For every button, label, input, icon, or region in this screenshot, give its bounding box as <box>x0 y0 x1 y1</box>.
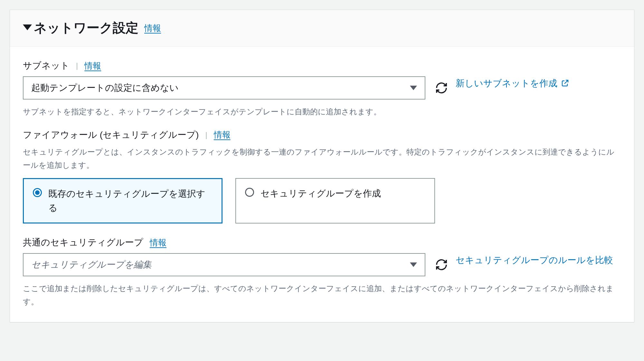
network-settings-panel: ネットワーク設定 情報 サブネット | 情報 起動テンプレートの設定に含めない <box>10 10 634 322</box>
subnet-label-row: サブネット | 情報 <box>23 60 621 72</box>
divider: | <box>205 130 207 139</box>
panel-info-link[interactable]: 情報 <box>144 23 161 34</box>
firewall-info-link[interactable]: 情報 <box>214 129 231 140</box>
firewall-label-row: ファイアウォール (セキュリティグループ) | 情報 <box>23 129 621 141</box>
firewall-label: ファイアウォール (セキュリティグループ) <box>23 129 199 141</box>
subnet-label: サブネット <box>23 60 70 72</box>
compare-sg-rules-link-text: セキュリティグループのルールを比較 <box>456 255 613 265</box>
caret-down-icon <box>23 24 32 30</box>
subnet-refresh-button[interactable] <box>433 80 450 96</box>
subnet-helper-text: サブネットを指定すると、ネットワークインターフェイスがテンプレートに自動的に追加… <box>23 105 621 119</box>
radio-icon <box>245 188 254 197</box>
common-sg-helper-text: ここで追加または削除したセキュリティグループは、すべてのネットワークインターフェ… <box>23 282 621 309</box>
subnet-select-value: 起動テンプレートの設定に含めない <box>31 82 179 94</box>
radio-existing-sg[interactable]: 既存のセキュリティグループを選択する <box>23 178 223 223</box>
panel-header[interactable]: ネットワーク設定 情報 <box>10 10 634 47</box>
common-sg-actions: セキュリティグループのルールを比較 <box>433 253 621 273</box>
divider: | <box>76 61 78 70</box>
common-sg-label: 共通のセキュリティグループ <box>23 236 143 249</box>
refresh-icon <box>435 258 448 271</box>
radio-create-sg-label: セキュリティグループを作成 <box>260 186 381 200</box>
refresh-icon <box>435 81 448 94</box>
firewall-description: セキュリティグループとは、インスタンスのトラフィックを制御する一連のファイアウォ… <box>23 146 621 172</box>
radio-existing-sg-label: 既存のセキュリティグループを選択する <box>48 187 213 215</box>
common-sg-select[interactable]: セキュリティグループを編集 <box>23 253 425 276</box>
radio-icon <box>33 188 42 197</box>
subnet-actions: 新しいサブネットを作成 <box>433 76 621 96</box>
panel-title-text: ネットワーク設定 <box>34 19 138 37</box>
common-sg-label-row: 共通のセキュリティグループ 情報 <box>23 236 621 249</box>
subnet-row: 起動テンプレートの設定に含めない 新しいサブネットを作成 <box>23 76 621 100</box>
radio-create-sg[interactable]: セキュリティグループを作成 <box>235 178 435 223</box>
common-sg-refresh-button[interactable] <box>433 256 450 273</box>
common-sg-select-placeholder: セキュリティグループを編集 <box>31 259 152 271</box>
create-subnet-link[interactable]: 新しいサブネットを作成 <box>456 76 569 91</box>
subnet-info-link[interactable]: 情報 <box>84 60 101 71</box>
chevron-down-icon <box>410 86 417 90</box>
common-sg-row: セキュリティグループを編集 セキュリティグループのルールを比較 <box>23 253 621 276</box>
external-link-icon <box>561 79 569 87</box>
panel-title: ネットワーク設定 <box>23 19 138 37</box>
compare-sg-rules-link[interactable]: セキュリティグループのルールを比較 <box>456 253 613 268</box>
create-subnet-link-text: 新しいサブネットを作成 <box>456 78 557 88</box>
panel-body: サブネット | 情報 起動テンプレートの設定に含めない <box>10 47 634 322</box>
subnet-select[interactable]: 起動テンプレートの設定に含めない <box>23 76 425 100</box>
firewall-radio-group: 既存のセキュリティグループを選択する セキュリティグループを作成 <box>23 178 621 223</box>
chevron-down-icon <box>410 262 417 267</box>
common-sg-info-link[interactable]: 情報 <box>150 237 166 248</box>
